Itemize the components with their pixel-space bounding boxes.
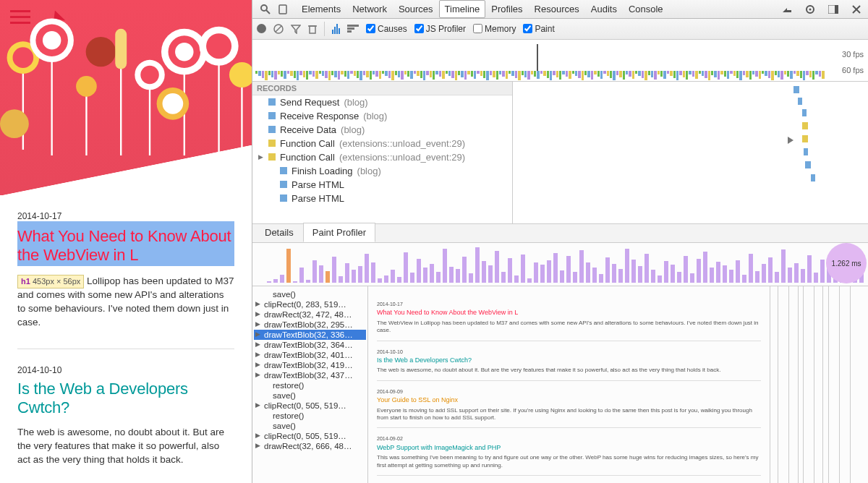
devtools-tab-profiles[interactable]: Profiles <box>485 0 528 18</box>
svg-rect-50 <box>802 135 808 142</box>
paint-command[interactable]: ▶drawTextBlob(32, 295… <box>254 320 366 330</box>
paint-command[interactable]: save() <box>254 390 366 401</box>
devtools-tab-timeline[interactable]: Timeline <box>439 0 486 18</box>
record-row[interactable]: Finish Loading (blog) <box>252 164 512 178</box>
drawer-toggle-icon[interactable] <box>781 4 793 15</box>
record-button[interactable] <box>257 24 266 33</box>
record-row[interactable]: Send Request (blog) <box>252 95 512 109</box>
paint-command[interactable]: restore() <box>254 411 366 421</box>
timeline-flame-chart[interactable] <box>513 82 868 223</box>
paint-command-list[interactable]: save()▶clipRect(0, 283, 519…▶drawRect(32… <box>252 286 368 483</box>
paint-profiler-tab[interactable]: Paint Profiler <box>303 223 375 242</box>
devtools-tab-sources[interactable]: Sources <box>393 0 439 18</box>
svg-point-20 <box>140 66 158 84</box>
svg-point-28 <box>229 62 252 87</box>
svg-rect-53 <box>811 174 815 181</box>
inspected-element-highlight: What You Need to Know About the WebView … <box>17 221 234 266</box>
svg-rect-43 <box>347 25 359 27</box>
devtools-tab-console[interactable]: Console <box>623 0 669 18</box>
svg-rect-48 <box>802 109 807 116</box>
close-icon[interactable] <box>851 4 862 15</box>
record-row[interactable]: Receive Data (blog) <box>252 123 512 137</box>
svg-line-40 <box>276 26 281 32</box>
paint-command[interactable]: ▶clipRect(0, 505, 519… <box>254 431 366 441</box>
paint-checkbox[interactable]: Paint <box>523 24 554 34</box>
paint-preview-gutter <box>770 286 868 483</box>
memory-checkbox[interactable]: Memory <box>473 24 516 34</box>
svg-point-16 <box>76 76 97 97</box>
devtools-panel: ElementsNetworkSourcesTimelineProfilesRe… <box>252 0 868 483</box>
svg-point-25 <box>175 43 193 61</box>
svg-rect-18 <box>115 29 127 69</box>
inspect-icon[interactable] <box>260 4 271 15</box>
frames-view-icon[interactable] <box>332 24 340 34</box>
post-date: 2014-10-10 <box>17 365 234 375</box>
paint-preview: 2014-10-17What You Need to Know About th… <box>368 286 770 483</box>
fps-60-label: 60 fps <box>842 66 864 74</box>
dock-side-icon[interactable] <box>827 4 839 15</box>
svg-rect-47 <box>798 98 802 105</box>
post-date: 2014-10-17 <box>17 211 234 221</box>
causes-checkbox[interactable]: Causes <box>366 24 407 34</box>
paint-command[interactable]: ▶drawRect(32, 666, 48… <box>254 441 366 451</box>
svg-point-17 <box>86 37 116 67</box>
record-row[interactable]: Parse HTML <box>252 178 512 192</box>
details-subtabs: Details Paint Profiler <box>252 224 868 243</box>
post-blurb: The web is awesome, no doubt about it. B… <box>17 426 234 467</box>
fps-30-label: 30 fps <box>842 50 864 59</box>
record-row[interactable]: Function Call (extensions::unload_event:… <box>252 137 512 150</box>
paint-command[interactable]: ▶drawTextBlob(32, 364… <box>254 340 366 350</box>
paint-command[interactable]: save() <box>254 289 366 299</box>
records-header: RECORDS <box>252 82 512 95</box>
record-row[interactable]: Parse HTML <box>252 192 512 205</box>
svg-rect-52 <box>805 161 811 168</box>
paint-command[interactable]: ▶drawTextBlob(32, 419… <box>254 360 366 370</box>
paint-command[interactable]: restore() <box>254 380 366 390</box>
svg-line-31 <box>266 10 270 14</box>
flame-chart-icon[interactable] <box>347 25 359 33</box>
page-preview: 2014-10-17 What You Need to Know About t… <box>0 0 252 483</box>
overview-fps-lane[interactable]: 30 fps 60 fps <box>252 40 868 82</box>
devtools-tab-audits[interactable]: Audits <box>585 0 623 18</box>
record-row[interactable]: ▶Function Call (extensions::unload_event… <box>252 150 512 164</box>
devtools-tab-network[interactable]: Network <box>346 0 393 18</box>
svg-point-15 <box>43 31 61 49</box>
svg-point-12 <box>13 47 34 68</box>
svg-rect-44 <box>347 27 354 30</box>
js-profiler-checkbox[interactable]: JS Profiler <box>414 24 466 34</box>
paint-command[interactable]: save() <box>254 421 366 431</box>
paint-command[interactable]: ▶drawTextBlob(32, 336… <box>254 330 366 340</box>
record-row[interactable]: Receive Response (blog) <box>252 109 512 123</box>
paint-timing-bubble: 1.262 ms <box>826 243 867 283</box>
settings-gear-icon[interactable] <box>804 4 816 15</box>
element-size-tooltip: h1 453px × 56px <box>17 275 84 288</box>
details-tab[interactable]: Details <box>255 223 303 242</box>
svg-rect-46 <box>793 86 799 93</box>
svg-point-30 <box>261 5 267 11</box>
filter-icon[interactable] <box>291 24 301 34</box>
overview-activity-strip <box>255 71 825 81</box>
devtools-tabs: ElementsNetworkSourcesTimelineProfilesRe… <box>296 0 669 18</box>
svg-rect-36 <box>835 5 838 14</box>
devtools-tab-resources[interactable]: Resources <box>529 0 585 18</box>
svg-point-27 <box>206 33 231 59</box>
svg-point-34 <box>809 8 812 10</box>
hero-banner <box>0 0 252 195</box>
paint-command[interactable]: ▶drawRect(32, 472, 48… <box>254 309 366 320</box>
devtools-tab-elements[interactable]: Elements <box>296 0 346 18</box>
post-title[interactable]: Is the Web a Developers Cwtch? <box>17 380 234 417</box>
paint-command[interactable]: ▶clipRect(0, 505, 519… <box>254 401 366 411</box>
clear-icon[interactable] <box>273 24 284 34</box>
svg-rect-29 <box>0 109 29 138</box>
post-blurb: h1 453px × 56px Lollipop has been update… <box>17 275 234 330</box>
paint-command[interactable]: ▶drawTextBlob(32, 401… <box>254 350 366 360</box>
post-title[interactable]: What You Need to Know About the WebView … <box>17 227 234 265</box>
paint-command[interactable]: ▶drawTextBlob(32, 437… <box>254 370 366 380</box>
records-panel: RECORDS Send Request (blog)Receive Respo… <box>252 82 513 223</box>
paint-profiler-chart[interactable]: 1.262 ms <box>252 243 868 286</box>
device-mode-icon[interactable] <box>277 4 289 15</box>
svg-rect-49 <box>802 122 808 129</box>
paint-command[interactable]: ▶clipRect(0, 283, 519… <box>254 299 366 309</box>
garbage-collect-icon[interactable] <box>308 24 317 34</box>
devtools-main-toolbar: ElementsNetworkSourcesTimelineProfilesRe… <box>252 0 868 19</box>
